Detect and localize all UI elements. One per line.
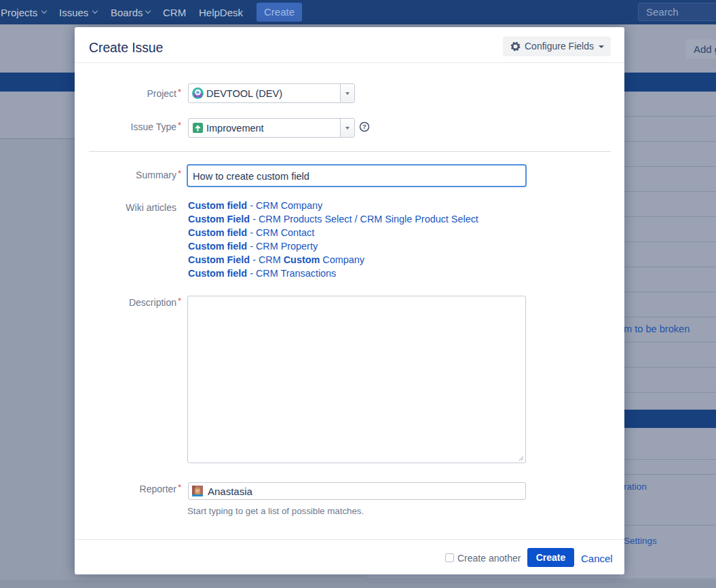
svg-text:?: ?	[362, 123, 366, 130]
